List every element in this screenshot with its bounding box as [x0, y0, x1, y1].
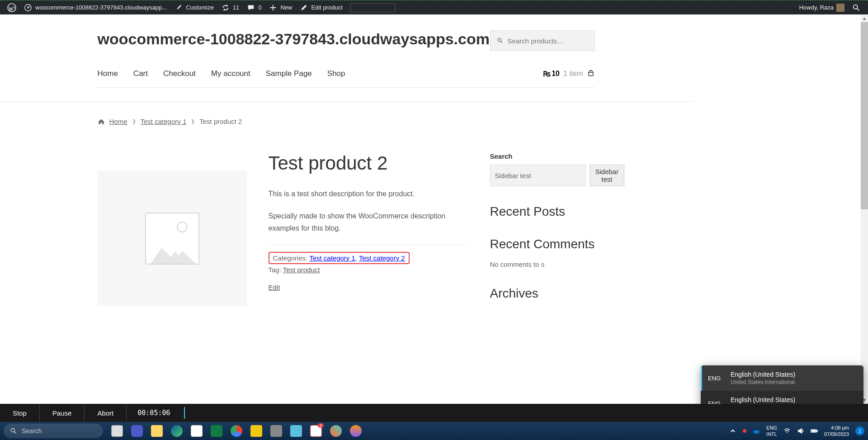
cart-amount: 10	[552, 70, 560, 78]
product-search-box[interactable]	[490, 30, 595, 51]
search-icon	[852, 3, 861, 12]
basket-icon	[587, 70, 595, 78]
avatar-icon	[836, 4, 844, 12]
nav-shop[interactable]: Shop	[327, 69, 345, 78]
no-comments-text: No comments to s	[490, 260, 595, 268]
svg-point-3	[854, 5, 858, 9]
product-search-input[interactable]	[508, 37, 588, 45]
nav-cart[interactable]: Cart	[133, 69, 148, 78]
categories-label: Categories:	[273, 254, 308, 262]
new-link[interactable]: New	[265, 0, 296, 15]
site-title[interactable]: woocommerce-1008822-3797843.cloudwaysapp…	[98, 30, 490, 48]
dashboard-icon	[24, 3, 33, 12]
customize-text: Customize	[186, 4, 213, 11]
tag-label: Tag:	[269, 266, 281, 274]
sidebar-search-button[interactable]: Sidebar test	[590, 165, 625, 186]
pencil-icon	[299, 3, 308, 12]
comment-icon	[246, 3, 255, 12]
nav-account[interactable]: My account	[211, 69, 250, 78]
recent-posts-heading: Recent Posts	[490, 204, 595, 219]
chevron-right-icon: ❯	[191, 118, 195, 124]
chevron-right-icon: ❯	[132, 118, 136, 124]
howdy-text: Howdy, Raza	[799, 4, 834, 11]
site-header: woocommerce-1008822-3797843.cloudwaysapp…	[98, 30, 595, 51]
wp-logo[interactable]	[4, 0, 20, 15]
product-meta: Categories: Test category 1, Test catego…	[269, 245, 468, 291]
breadcrumbs: Home ❯ Test category 1 ❯ Test product 2	[98, 118, 595, 125]
nav-checkout[interactable]: Checkout	[163, 69, 196, 78]
site-name-text: woocommerce-1008822-3797843.cloudwaysapp…	[35, 4, 167, 11]
product-short-description-2: Specially made to show the WooCommerce d…	[269, 210, 468, 234]
product-title: Test product 2	[269, 152, 468, 174]
edit-product-link[interactable]: Edit	[269, 284, 280, 291]
edit-product-link[interactable]: Edit product	[296, 0, 346, 15]
recent-comments-heading: Recent Comments	[490, 237, 595, 251]
cart-items: 1 item	[563, 70, 583, 78]
home-icon	[98, 118, 105, 125]
howdy-link[interactable]: Howdy, Raza	[796, 0, 848, 15]
comments-link[interactable]: 0	[243, 0, 265, 15]
sidebar-search-input[interactable]	[490, 165, 586, 186]
updates-count: 11	[233, 4, 239, 11]
wp-admin-bar: woocommerce-1008822-3797843.cloudwaysapp…	[0, 0, 868, 14]
breadcrumb-home[interactable]: Home	[109, 118, 127, 125]
scroll-up-arrow[interactable]: ▲	[861, 14, 868, 22]
edit-text: Edit product	[311, 4, 342, 11]
tag-link[interactable]: Test product	[283, 266, 320, 274]
updates-icon	[221, 3, 230, 12]
breadcrumb-current: Test product 2	[199, 118, 242, 125]
svg-point-2	[27, 7, 29, 9]
plus-icon	[269, 3, 278, 12]
product-short-description-1: This is a test short description for the…	[269, 188, 468, 200]
site-name-link[interactable]: woocommerce-1008822-3797843.cloudwaysapp…	[20, 0, 170, 15]
image-placeholder-icon	[145, 213, 199, 265]
search-widget-title: Search	[490, 152, 595, 160]
scrollbar[interactable]: ▲ ▼	[861, 14, 868, 337]
archives-heading: Archives	[490, 286, 595, 301]
breadcrumb-category[interactable]: Test category 1	[141, 118, 187, 125]
nav-home[interactable]: Home	[98, 69, 118, 78]
site-content: woocommerce-1008822-3797843.cloudwaysapp…	[0, 14, 692, 337]
sidebar: Search Sidebar test Recent Posts Recent …	[490, 152, 595, 319]
comments-count: 0	[258, 4, 261, 11]
svg-point-4	[498, 38, 501, 42]
customize-link[interactable]: Customize	[170, 0, 217, 15]
category-link-1[interactable]: Test category 1	[309, 254, 355, 262]
product-image-placeholder[interactable]	[98, 170, 247, 306]
new-text: New	[280, 4, 292, 11]
nav-sample[interactable]: Sample Page	[266, 69, 312, 78]
categories-highlight-box: Categories: Test category 1, Test catego…	[269, 252, 410, 264]
wordpress-icon	[7, 3, 16, 12]
cart-summary[interactable]: ₨ 10 1 item	[543, 70, 594, 78]
admin-empty-box	[350, 3, 395, 12]
search-icon	[497, 37, 503, 44]
category-link-2[interactable]: Test category 2	[359, 254, 405, 262]
main-nav: Home Cart Checkout My account Sample Pag…	[98, 69, 595, 88]
admin-search[interactable]	[848, 0, 864, 15]
brush-icon	[174, 3, 183, 12]
updates-link[interactable]: 11	[217, 0, 243, 15]
cart-currency: ₨	[543, 70, 551, 78]
